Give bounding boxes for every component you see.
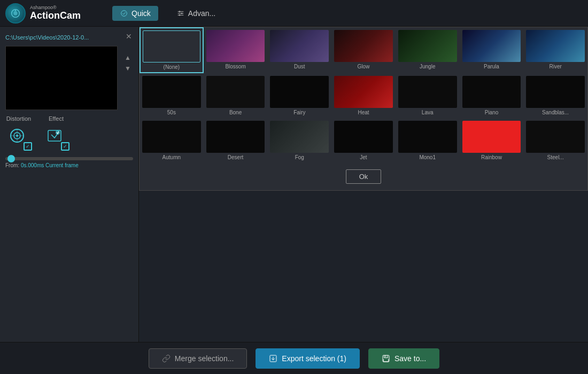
swatch-autumn	[142, 121, 201, 153]
bottom-bar: Merge selection... Export selection (1) …	[0, 342, 588, 374]
logo-icon	[5, 3, 26, 24]
colormap-50s-label: 50s	[167, 110, 176, 115]
colormap-river[interactable]: River	[523, 27, 587, 73]
controls-row: Distortion Effect	[5, 115, 133, 151]
colormap-none-label: (None)	[164, 64, 180, 70]
colormap-blossom[interactable]: Blossom	[204, 27, 268, 73]
colormap-sandblast[interactable]: Sandblas...	[523, 73, 587, 118]
colormap-bone[interactable]: Bone	[204, 73, 268, 118]
colormap-desert-label: Desert	[228, 154, 243, 160]
colormap-lava[interactable]: Lava	[396, 73, 460, 118]
colormap-jet-label: Jet	[360, 154, 367, 160]
time-info: From: 0s.000ms Current frame	[5, 162, 133, 168]
swatch-river	[526, 30, 585, 62]
colormap-river-label: River	[549, 64, 561, 69]
effect-icon-wrap	[43, 124, 69, 151]
swatch-lava	[398, 76, 457, 108]
swatch-none	[143, 30, 200, 63]
colormap-rainbow[interactable]: Rainbow	[460, 118, 524, 163]
timeline-thumb[interactable]	[7, 155, 15, 162]
down-arrow-btn[interactable]: ▼	[122, 64, 133, 73]
colormap-heat[interactable]: Heat	[331, 73, 396, 118]
quick-nav-btn[interactable]: Quick	[112, 6, 158, 21]
advanced-nav-btn[interactable]: Advan...	[169, 6, 223, 21]
header: Ashampoo® ActionCam Quick Advan...	[0, 0, 588, 27]
colormap-parula[interactable]: Parula	[460, 27, 524, 73]
colormap-grid: (None) Blossom Dust Glow Jungle Parula	[140, 27, 587, 163]
logo-area: Ashampoo® ActionCam	[5, 3, 102, 24]
svg-rect-18	[385, 355, 386, 357]
colormap-autumn-label: Autumn	[163, 154, 181, 160]
colormap-overlay: (None) Blossom Dust Glow Jungle Parula	[139, 27, 588, 191]
colormap-autumn[interactable]: Autumn	[140, 118, 204, 163]
timeline-area: From: 0s.000ms Current frame	[5, 157, 133, 168]
colormap-desert[interactable]: Desert	[204, 118, 268, 163]
swatch-desert	[206, 121, 265, 153]
logo-main: ActionCam	[30, 10, 81, 21]
svg-point-1	[13, 11, 17, 15]
colormap-sandblast-label: Sandblas...	[542, 110, 569, 115]
colormap-jet[interactable]: Jet	[331, 118, 396, 163]
logo-text: Ashampoo® ActionCam	[30, 5, 81, 21]
swatch-jungle	[398, 30, 457, 62]
up-arrow-btn[interactable]: ▲	[122, 53, 133, 62]
svg-point-6	[179, 11, 180, 12]
colormap-mono1[interactable]: Mono1	[396, 118, 460, 163]
swatch-blossom	[206, 30, 265, 62]
swatch-dust	[270, 30, 329, 62]
swatch-glow	[334, 30, 393, 62]
colormap-glow-label: Glow	[358, 64, 370, 69]
colormap-mono1-label: Mono1	[419, 154, 436, 160]
colormap-steel-label: Steel...	[547, 154, 564, 160]
save-to-button[interactable]: Save to...	[368, 348, 439, 369]
svg-point-8	[179, 14, 180, 16]
swatch-heat	[334, 76, 393, 108]
export-selection-button[interactable]: Export selection (1)	[256, 348, 360, 369]
colormap-fairy[interactable]: Fairy	[267, 73, 331, 118]
colormap-none[interactable]: (None)	[140, 27, 204, 73]
logo-sub: Ashampoo®	[30, 5, 81, 10]
colormap-blossom-label: Blossom	[225, 64, 245, 69]
effect-label: Effect	[49, 115, 64, 122]
swatch-fairy	[270, 76, 329, 108]
swatch-bone	[206, 76, 265, 108]
close-button[interactable]: ✕	[123, 31, 134, 42]
swatch-piano	[462, 76, 521, 108]
save-icon	[382, 354, 390, 363]
colormap-piano-label: Piano	[485, 110, 499, 115]
colormap-piano[interactable]: Piano	[460, 73, 524, 118]
file-path: C:\Users\pc\Videos\2020-12-0...	[5, 34, 133, 41]
video-preview	[5, 46, 118, 110]
swatch-50s	[142, 76, 201, 108]
effect-checkbox[interactable]	[61, 142, 69, 151]
timeline-track[interactable]	[5, 157, 133, 160]
merge-selection-button[interactable]: Merge selection...	[149, 348, 247, 369]
colormap-50s[interactable]: 50s	[140, 73, 204, 118]
swatch-jet	[334, 121, 393, 153]
colormap-fog[interactable]: Fog	[267, 118, 331, 163]
colormap-bone-label: Bone	[229, 110, 242, 115]
distortion-label: Distortion	[6, 115, 31, 122]
swatch-fog	[270, 121, 329, 153]
swatch-sandblast	[526, 76, 585, 108]
colormap-dust-label: Dust	[294, 64, 305, 69]
arrow-controls: ▲ ▼	[122, 53, 133, 73]
colormap-rainbow-label: Rainbow	[481, 154, 502, 160]
main-area: ✕ C:\Users\pc\Videos\2020-12-0... ▲ ▼ Di…	[0, 27, 588, 342]
colormap-parula-label: Parula	[484, 64, 499, 69]
colormap-glow[interactable]: Glow	[331, 27, 396, 73]
svg-point-2	[121, 10, 127, 16]
link-icon	[162, 354, 171, 363]
left-panel: ✕ C:\Users\pc\Videos\2020-12-0... ▲ ▼ Di…	[0, 27, 139, 342]
colormap-jungle[interactable]: Jungle	[396, 27, 460, 73]
colormap-dust[interactable]: Dust	[267, 27, 331, 73]
ok-button[interactable]: Ok	[346, 169, 382, 184]
ok-row: Ok	[140, 163, 587, 190]
sliders-icon	[176, 9, 185, 18]
distortion-checkbox[interactable]	[24, 142, 32, 151]
colormap-steel[interactable]: Steel...	[523, 118, 587, 163]
effect-control: Effect	[43, 115, 69, 151]
swatch-parula	[462, 30, 521, 62]
export-icon	[269, 354, 277, 363]
colormap-fog-label: Fog	[295, 154, 304, 160]
